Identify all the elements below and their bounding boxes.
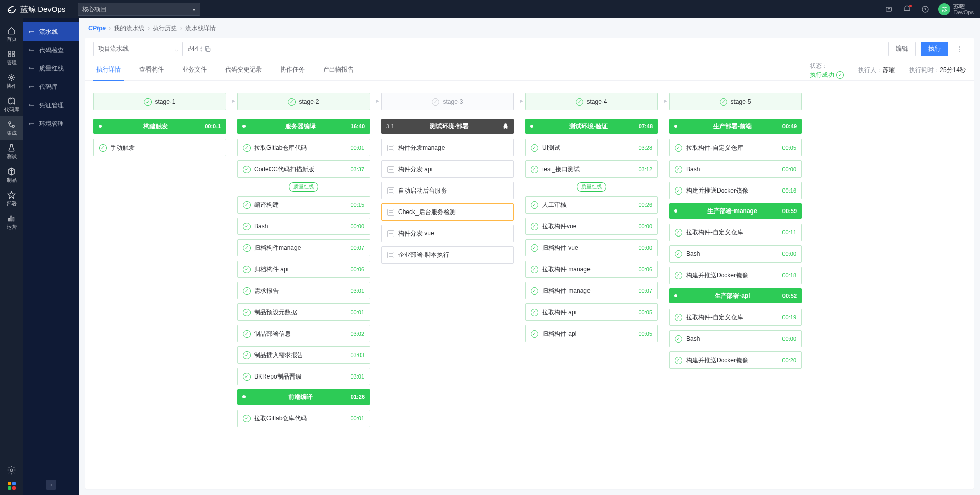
task-row[interactable]: 拉取构件 api00:05 [525,303,658,321]
gear-icon[interactable] [7,466,16,475]
tab[interactable]: 代码变更记录 [222,60,265,81]
task-row[interactable]: 拉取构件vue00:00 [525,218,658,235]
subnav-item[interactable]: 质量红线 [23,59,79,78]
subnav-item[interactable]: 代码检查 [23,41,79,59]
svg-rect-2 [9,51,11,53]
check-icon [243,144,251,152]
check-icon [243,309,251,316]
job-header[interactable]: 测试环境-验证07:48 [525,119,658,134]
rail-item-6[interactable]: 制品 [0,163,23,187]
job-header[interactable]: 3-1测试环境-部署 [381,119,514,134]
quality-gate[interactable]: 质量红线 [237,182,370,192]
task-row[interactable]: 构建并推送Docker镜像00:18 [669,267,802,284]
tab[interactable]: 协作任务 [277,60,308,81]
stage-header[interactable]: stage-3 [381,93,514,110]
rail-item-4[interactable]: 集成 [0,116,23,140]
rail-item-5[interactable]: 测试 [0,140,23,163]
task-row[interactable]: Bash00:00 [669,160,802,178]
tab[interactable]: 业务文件 [179,60,210,81]
task-row[interactable]: 人工审核00:26 [525,196,658,214]
job-header[interactable]: 构建触发00:0-1 [93,119,226,134]
task-row[interactable]: 制品预设元数据00:01 [237,303,370,321]
task-row[interactable]: 制品插入需求报告03:03 [237,346,370,364]
subnav-item[interactable]: 代码库 [23,78,79,96]
doc-icon [387,230,394,237]
stage-header[interactable]: stage-2 [237,93,370,110]
job-header[interactable]: 生产部署-前端00:49 [669,119,802,134]
rail-item-2[interactable]: 协作 [0,69,23,93]
rail-item-1[interactable]: 管理 [0,46,23,69]
pipeline-select[interactable]: 项目流水线⌵ [93,42,183,56]
svg-rect-3 [12,51,14,53]
task-row[interactable]: UI测试03:28 [525,139,658,156]
bell-icon[interactable] [899,2,915,17]
task-row[interactable]: BKRepo制品晋级03:01 [237,368,370,385]
apps-icon[interactable] [8,482,16,490]
task-row[interactable]: 拉取Gitlab仓库代码00:01 [237,139,370,156]
breadcrumb-item[interactable]: 我的流水线 [114,24,144,33]
task-row[interactable]: 编译构建00:15 [237,196,370,214]
task-row[interactable]: 需求报告03:01 [237,282,370,299]
run-button[interactable]: 执行 [921,42,948,56]
job-header[interactable]: 生产部署-manage00:59 [669,203,802,219]
task-row[interactable]: 构件分发 api [381,160,514,178]
tab[interactable]: 产出物报告 [320,60,357,81]
stage-header[interactable]: stage-4 [525,93,658,110]
subnav-item[interactable]: 环境管理 [23,114,79,133]
task-row[interactable]: Bash00:00 [669,330,802,347]
task-row[interactable]: 拉取构件-自定义仓库00:11 [669,224,802,241]
rail-item-8[interactable]: 运营 [0,210,23,234]
user-menu[interactable]: 苏 苏曜 DevOps [938,3,974,15]
task-row[interactable]: 制品部署信息03:02 [237,325,370,342]
help-icon[interactable] [918,2,933,17]
check-icon [531,201,538,209]
more-button[interactable]: ⋮ [953,45,966,53]
task-row[interactable]: 拉取Gitlab仓库代码00:01 [237,410,370,427]
task-row[interactable]: 企业部署-脚本执行 [381,246,514,264]
project-selector[interactable]: 核心项目▾ [78,3,200,16]
task-row[interactable]: CodeCC代码扫描新版03:37 [237,160,370,178]
task-row[interactable]: 拉取构件 manage00:06 [525,261,658,278]
breadcrumb-root[interactable]: CPipe [88,25,106,32]
rail-item-7[interactable]: 部署 [0,187,23,210]
quality-gate[interactable]: 质量红线 [525,182,658,192]
activity-icon[interactable] [881,2,896,17]
task-row[interactable]: 构件分发 vue [381,225,514,242]
tab[interactable]: 查看构件 [136,60,167,81]
job-header[interactable]: 生产部署-api00:52 [669,288,802,303]
subnav-item[interactable]: 流水线 [23,22,79,41]
breadcrumb-current: 流水线详情 [185,24,216,33]
build-number[interactable]: #44 ▴▾ [188,45,211,53]
job-header[interactable]: 服务器编译16:40 [237,119,370,134]
collapse-button[interactable]: ‹ [46,480,56,490]
task-row[interactable]: test_接口测试03:12 [525,160,658,178]
subnav-item[interactable]: 凭证管理 [23,96,79,114]
tab[interactable]: 执行详情 [93,60,124,81]
task-row[interactable]: 归档构件 manage00:07 [525,282,658,299]
task-row[interactable]: Bash00:00 [237,218,370,235]
copy-icon[interactable] [204,45,211,53]
edit-button[interactable]: 编辑 [888,42,916,56]
check-icon [243,266,251,273]
breadcrumb-item[interactable]: 执行历史 [153,24,177,33]
task-row[interactable]: Check_后台服务检测 [381,203,514,221]
rail-item-0[interactable]: 首页 [0,22,23,46]
task-row[interactable]: 构件分发manage [381,139,514,156]
task-row[interactable]: 自动启动后台服务 [381,182,514,199]
task-row[interactable]: 手动触发 [93,139,226,156]
task-row[interactable]: 归档构件manage00:07 [237,239,370,256]
task-row[interactable]: 归档构件 api00:06 [237,261,370,278]
task-row[interactable]: 归档构件 api00:05 [525,325,658,342]
task-row[interactable]: 归档构件 vue00:00 [525,239,658,256]
stage-header[interactable]: stage-1 [93,93,226,110]
job-header[interactable]: 前端编译01:26 [237,389,370,405]
rail-item-3[interactable]: 代码库 [0,93,23,116]
task-row[interactable]: Bash00:00 [669,245,802,263]
task-row[interactable]: 构建并推送Docker镜像00:20 [669,351,802,369]
task-row[interactable]: 构建并推送Docker镜像00:16 [669,182,802,199]
check-icon [675,272,682,279]
task-row[interactable]: 拉取构件-自定义仓库00:19 [669,309,802,326]
check-icon [243,223,251,230]
task-row[interactable]: 拉取构件-自定义仓库00:05 [669,139,802,156]
stage-header[interactable]: stage-5 [669,93,802,110]
